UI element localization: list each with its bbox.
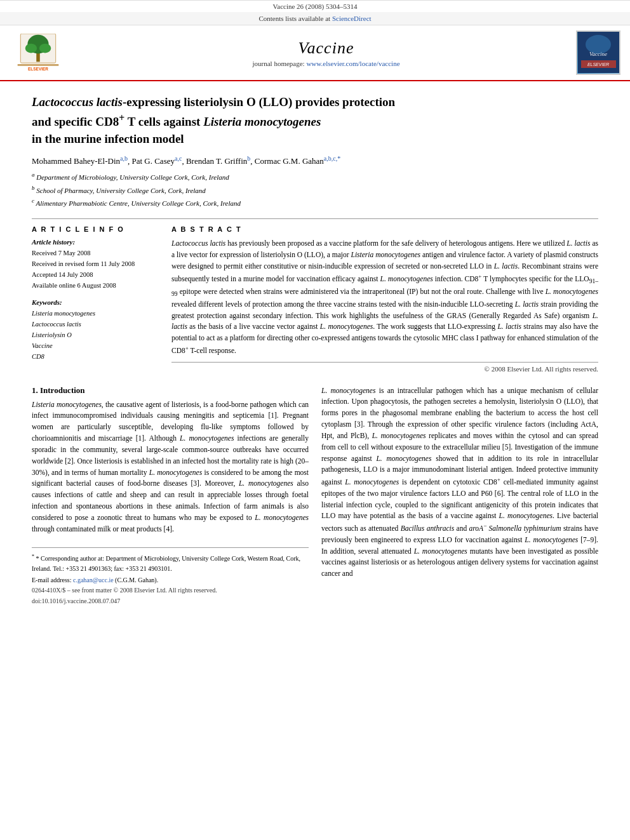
available-date: Available online 6 August 2008 — [32, 281, 159, 291]
email-footnote: E-mail address: c.gahan@ucc.ie (C.G.M. G… — [32, 575, 309, 585]
body-left-column: 1. Introduction Listeria monocytogenes, … — [32, 385, 309, 604]
svg-text:ELSEVIER: ELSEVIER — [587, 62, 608, 67]
copyright-line: © 2008 Elsevier Ltd. All rights reserved… — [171, 362, 598, 373]
keyword-3: Listeriolysin O — [32, 330, 159, 341]
keyword-4: Vaccine — [32, 341, 159, 352]
keyword-2: Lactococcus lactis — [32, 319, 159, 330]
abstract-header: A B S T R A C T — [171, 225, 598, 233]
keywords-label: Keywords: — [32, 298, 159, 306]
accepted-date: Accepted 14 July 2008 — [32, 270, 159, 281]
citation-bar: Vaccine 26 (2008) 5304–5314 — [0, 0, 630, 12]
keyword-5: CD8 — [32, 352, 159, 363]
svg-point-3 — [25, 44, 37, 53]
keywords-section: Keywords: Listeria monocytogenes Lactoco… — [32, 298, 159, 362]
received-date: Received 7 May 2008 — [32, 248, 159, 259]
journal-header: Vaccine 26 (2008) 5304–5314 Contents lis… — [0, 0, 630, 81]
citation-text: Vaccine 26 (2008) 5304–5314 — [273, 3, 358, 10]
body-section: 1. Introduction Listeria monocytogenes, … — [32, 385, 598, 604]
abstract-column: A B S T R A C T Lactococcus lactis has p… — [171, 225, 598, 372]
title-line2: and specific CD8+ T cells against Lister… — [32, 115, 321, 128]
sciencedirect-link[interactable]: ScienceDirect — [332, 15, 372, 22]
homepage-url: www.elsevier.com/locate/vaccine — [306, 60, 399, 67]
journal-name: Vaccine — [76, 39, 576, 58]
issn-line: 0264-410X/$ – see front matter © 2008 El… — [32, 587, 309, 594]
abstract-text: Lactococcus lactis has previously been p… — [171, 238, 598, 356]
sciencedirect-prefix: Contents lists available at — [258, 15, 330, 22]
journal-homepage: journal homepage: www.elsevier.com/locat… — [76, 60, 576, 67]
sciencedirect-bar: Contents lists available at ScienceDirec… — [0, 12, 630, 25]
section1-right-text: L. monocytogenes is an intracellular pat… — [321, 385, 598, 580]
article-info-abstract-section: A R T I C L E I N F O Article history: R… — [32, 218, 598, 372]
elsevier-logo: ELSEVIER — [10, 34, 67, 72]
article-title: Lactococcus lactis-expressing listerioly… — [32, 94, 598, 147]
main-content: Lactococcus lactis-expressing listerioly… — [0, 81, 630, 617]
title-line3: in the murine infection model — [32, 132, 184, 145]
journal-title-center: Vaccine journal homepage: www.elsevier.c… — [76, 39, 576, 67]
title-italic-part: Lactococcus lactis — [32, 95, 123, 109]
history-label: Article history: — [32, 238, 159, 246]
affiliations: a Department of Microbiology, University… — [32, 170, 598, 209]
footnote-section: * * Corresponding author at: Department … — [32, 547, 309, 604]
svg-point-4 — [39, 44, 51, 53]
title-part2: -expressing listeriolysin O (LLO) provid… — [123, 95, 395, 109]
doi-line: doi:10.1016/j.vaccine.2008.07.047 — [32, 597, 309, 604]
homepage-label: journal homepage: — [252, 60, 304, 67]
email-address: c.gahan@ucc.ie — [73, 577, 114, 583]
body-right-column: L. monocytogenes is an intracellular pat… — [321, 385, 598, 604]
elsevier-tree-icon: ELSEVIER — [13, 34, 64, 72]
svg-rect-5 — [18, 64, 59, 66]
authors-line: Mohammed Bahey-El-Dina,b, Pat G. Caseya,… — [32, 155, 598, 166]
corresponding-author-note: * * Corresponding author at: Department … — [32, 553, 309, 573]
section1-title: 1. Introduction — [32, 385, 309, 396]
keyword-1: Listeria monocytogenes — [32, 309, 159, 319]
vaccine-logo-image: Vaccine ELSEVIER — [576, 30, 620, 75]
article-info-column: A R T I C L E I N F O Article history: R… — [32, 225, 159, 372]
revised-date: Received in revised form 11 July 2008 — [32, 259, 159, 270]
article-info-header: A R T I C L E I N F O — [32, 225, 159, 233]
svg-text:Vaccine: Vaccine — [589, 51, 607, 57]
section1-left-text: Listeria monocytogenes, the causative ag… — [32, 399, 309, 535]
vaccine-logo-text: Vaccine ELSEVIER — [578, 32, 619, 74]
header-main: ELSEVIER Vaccine journal homepage: www.e… — [0, 25, 630, 80]
svg-text:ELSEVIER: ELSEVIER — [28, 67, 48, 71]
